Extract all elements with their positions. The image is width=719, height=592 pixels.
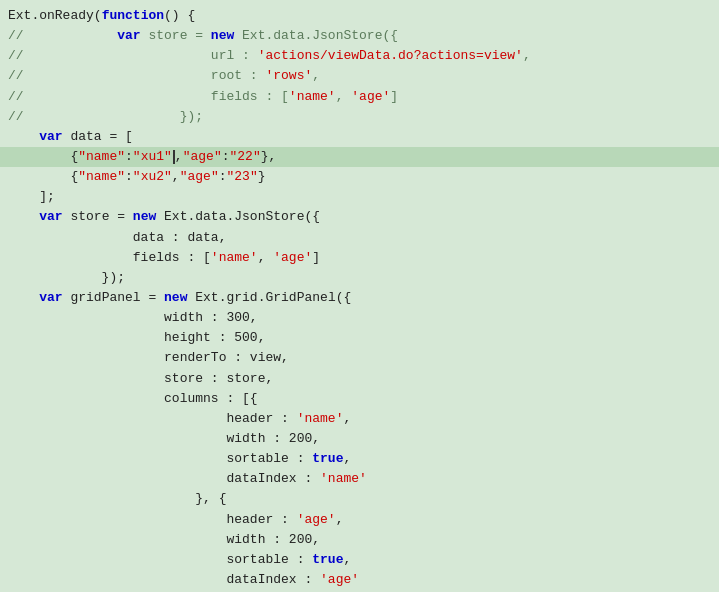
code-line-18: renderTo : view,	[0, 348, 719, 368]
code-line-3: // url : 'actions/viewData.do?actions=vi…	[0, 46, 719, 66]
code-line-4: // root : 'rows',	[0, 66, 719, 86]
code-line-21: header : 'name',	[0, 409, 719, 429]
code-line-17: height : 500,	[0, 328, 719, 348]
code-line-1: Ext.onReady(function() {	[0, 6, 719, 26]
code-editor: Ext.onReady(function() { // var store = …	[0, 0, 719, 592]
code-line-16: width : 300,	[0, 308, 719, 328]
code-line-9: {"name":"xu2","age":"23"}	[0, 167, 719, 187]
code-line-6: // });	[0, 107, 719, 127]
code-line-24: dataIndex : 'name'	[0, 469, 719, 489]
code-line-5: // fields : ['name', 'age']	[0, 87, 719, 107]
code-line-7: var data = [	[0, 127, 719, 147]
code-line-20: columns : [{	[0, 389, 719, 409]
code-line-28: sortable : true,	[0, 550, 719, 570]
code-line-12: data : data,	[0, 228, 719, 248]
code-line-15: var gridPanel = new Ext.grid.GridPanel({	[0, 288, 719, 308]
code-line-22: width : 200,	[0, 429, 719, 449]
code-line-14: });	[0, 268, 719, 288]
code-line-26: header : 'age',	[0, 510, 719, 530]
code-line-27: width : 200,	[0, 530, 719, 550]
code-line-19: store : store,	[0, 369, 719, 389]
code-line-13: fields : ['name', 'age']	[0, 248, 719, 268]
code-line-10: ];	[0, 187, 719, 207]
code-line-25: }, {	[0, 489, 719, 509]
code-line-11: var store = new Ext.data.JsonStore({	[0, 207, 719, 227]
code-line-2: // var store = new Ext.data.JsonStore({	[0, 26, 719, 46]
code-line-8: {"name":"xu1","age":"22"},	[0, 147, 719, 167]
code-line-29: dataIndex : 'age'	[0, 570, 719, 590]
code-line-23: sortable : true,	[0, 449, 719, 469]
